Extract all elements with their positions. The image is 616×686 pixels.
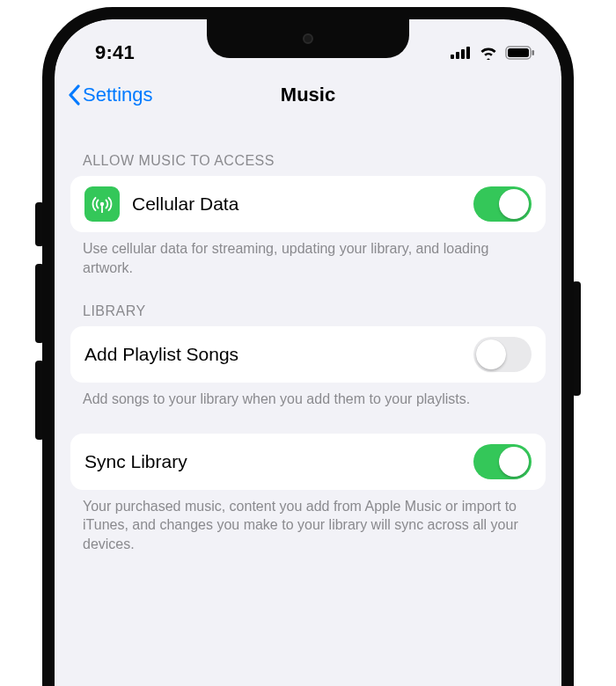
cellular-data-toggle[interactable]	[473, 186, 532, 222]
cellular-data-icon	[84, 186, 120, 222]
cellular-data-row[interactable]: Cellular Data	[70, 176, 546, 232]
add-playlist-songs-label: Add Playlist Songs	[84, 344, 473, 365]
add-playlist-songs-row[interactable]: Add Playlist Songs	[70, 326, 546, 383]
svg-rect-3	[466, 47, 470, 59]
svg-rect-0	[451, 55, 454, 59]
battery-icon	[505, 46, 535, 60]
sync-library-footer: Your purchased music, content you add fr…	[70, 490, 546, 554]
section-header-access: ALLOW MUSIC TO ACCESS	[70, 127, 546, 176]
svg-rect-1	[456, 52, 459, 59]
cellular-signal-icon	[451, 47, 472, 59]
back-label: Settings	[83, 84, 153, 106]
phone-frame: 9:41	[26, 0, 590, 686]
sync-library-row[interactable]: Sync Library	[70, 434, 546, 490]
page-title: Music	[281, 84, 335, 106]
cellular-data-label: Cellular Data	[132, 193, 461, 215]
sync-library-toggle[interactable]	[473, 444, 532, 479]
chevron-left-icon	[67, 84, 81, 106]
wifi-icon	[479, 46, 498, 60]
notch	[207, 19, 409, 58]
svg-rect-5	[508, 48, 529, 57]
add-playlist-songs-footer: Add songs to your library when you add t…	[70, 383, 546, 409]
settings-content: ALLOW MUSIC TO ACCESS Cellular Data	[55, 120, 561, 554]
navigation-bar: Settings Music	[55, 70, 561, 120]
status-time: 9:41	[95, 41, 135, 64]
svg-rect-2	[461, 49, 465, 59]
cellular-data-footer: Use cellular data for streaming, updatin…	[70, 232, 546, 277]
section-header-library: LIBRARY	[70, 277, 546, 326]
svg-rect-6	[532, 50, 535, 55]
svg-rect-8	[101, 205, 103, 213]
sync-library-label: Sync Library	[84, 451, 473, 472]
add-playlist-songs-toggle[interactable]	[473, 337, 532, 372]
back-button[interactable]: Settings	[67, 84, 153, 106]
front-camera-icon	[303, 33, 313, 44]
